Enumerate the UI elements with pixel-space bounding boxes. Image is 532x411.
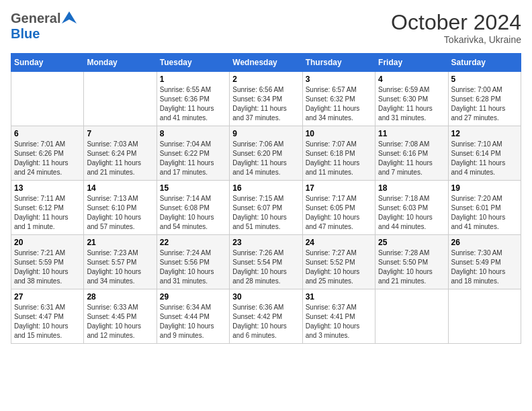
day-number: 11 bbox=[378, 129, 445, 138]
day-info: Sunrise: 7:15 AM Sunset: 6:07 PM Dayligh… bbox=[232, 194, 299, 232]
calendar-day-cell: 6Sunrise: 7:01 AM Sunset: 6:26 PM Daylig… bbox=[11, 126, 84, 181]
calendar-day-cell: 30Sunrise: 6:36 AM Sunset: 4:42 PM Dayli… bbox=[230, 289, 302, 344]
calendar-day-cell: 27Sunrise: 6:31 AM Sunset: 4:47 PM Dayli… bbox=[11, 289, 84, 344]
calendar-day-cell: 28Sunrise: 6:33 AM Sunset: 4:45 PM Dayli… bbox=[84, 289, 157, 344]
day-number: 25 bbox=[378, 238, 445, 247]
day-number: 31 bbox=[306, 292, 372, 302]
day-info: Sunrise: 7:30 AM Sunset: 5:49 PM Dayligh… bbox=[451, 248, 518, 286]
calendar-day-cell: 10Sunrise: 7:07 AM Sunset: 6:18 PM Dayli… bbox=[302, 126, 375, 181]
calendar-day-cell: 21Sunrise: 7:23 AM Sunset: 5:57 PM Dayli… bbox=[84, 235, 157, 289]
calendar-day-cell: 15Sunrise: 7:14 AM Sunset: 6:08 PM Dayli… bbox=[157, 181, 229, 235]
day-info: Sunrise: 7:03 AM Sunset: 6:24 PM Dayligh… bbox=[87, 140, 153, 177]
day-number: 4 bbox=[378, 75, 445, 84]
calendar-table: SundayMondayTuesdayWednesdayThursdayFrid… bbox=[11, 53, 521, 344]
calendar-day-cell: 4Sunrise: 6:59 AM Sunset: 6:30 PM Daylig… bbox=[375, 72, 448, 126]
logo-blue: Blue bbox=[11, 26, 40, 42]
day-info: Sunrise: 6:34 AM Sunset: 4:44 PM Dayligh… bbox=[160, 303, 226, 340]
day-info: Sunrise: 7:00 AM Sunset: 6:28 PM Dayligh… bbox=[451, 85, 518, 123]
calendar-week-row: 1Sunrise: 6:55 AM Sunset: 6:36 PM Daylig… bbox=[11, 72, 521, 126]
day-number: 13 bbox=[14, 183, 81, 193]
calendar-day-cell: 7Sunrise: 7:03 AM Sunset: 6:24 PM Daylig… bbox=[84, 126, 157, 181]
weekday-header: Thursday bbox=[302, 54, 375, 72]
day-number: 24 bbox=[306, 238, 372, 247]
calendar-week-row: 20Sunrise: 7:21 AM Sunset: 5:59 PM Dayli… bbox=[11, 235, 521, 289]
day-number: 23 bbox=[232, 238, 299, 247]
day-info: Sunrise: 7:04 AM Sunset: 6:22 PM Dayligh… bbox=[160, 140, 226, 177]
logo-general: General bbox=[11, 11, 60, 26]
day-info: Sunrise: 7:27 AM Sunset: 5:52 PM Dayligh… bbox=[306, 248, 372, 286]
day-info: Sunrise: 7:06 AM Sunset: 6:20 PM Dayligh… bbox=[232, 140, 299, 177]
weekday-header: Wednesday bbox=[230, 54, 302, 72]
calendar-day-cell: 18Sunrise: 7:18 AM Sunset: 6:03 PM Dayli… bbox=[375, 181, 448, 235]
day-info: Sunrise: 7:17 AM Sunset: 6:05 PM Dayligh… bbox=[306, 194, 372, 232]
calendar-week-row: 6Sunrise: 7:01 AM Sunset: 6:26 PM Daylig… bbox=[11, 126, 521, 181]
day-number: 5 bbox=[451, 75, 518, 84]
day-number: 22 bbox=[160, 238, 226, 247]
weekday-header: Monday bbox=[84, 54, 157, 72]
day-number: 27 bbox=[14, 292, 81, 302]
day-number: 14 bbox=[87, 183, 153, 193]
day-info: Sunrise: 7:28 AM Sunset: 5:50 PM Dayligh… bbox=[378, 248, 445, 286]
day-number: 3 bbox=[306, 75, 372, 84]
day-number: 19 bbox=[451, 183, 518, 193]
day-info: Sunrise: 6:55 AM Sunset: 6:36 PM Dayligh… bbox=[160, 85, 226, 123]
day-number: 21 bbox=[87, 238, 153, 247]
logo: General Blue bbox=[11, 11, 77, 42]
day-info: Sunrise: 7:01 AM Sunset: 6:26 PM Dayligh… bbox=[14, 140, 81, 177]
calendar-day-cell bbox=[448, 289, 521, 344]
calendar-day-cell: 31Sunrise: 6:37 AM Sunset: 4:41 PM Dayli… bbox=[302, 289, 375, 344]
day-info: Sunrise: 7:24 AM Sunset: 5:56 PM Dayligh… bbox=[160, 248, 226, 286]
day-info: Sunrise: 6:36 AM Sunset: 4:42 PM Dayligh… bbox=[232, 303, 299, 340]
day-number: 17 bbox=[306, 183, 372, 193]
calendar-day-cell: 20Sunrise: 7:21 AM Sunset: 5:59 PM Dayli… bbox=[11, 235, 84, 289]
calendar-day-cell: 26Sunrise: 7:30 AM Sunset: 5:49 PM Dayli… bbox=[448, 235, 521, 289]
weekday-header: Tuesday bbox=[157, 54, 229, 72]
day-info: Sunrise: 6:33 AM Sunset: 4:45 PM Dayligh… bbox=[87, 303, 153, 340]
calendar-day-cell: 23Sunrise: 7:26 AM Sunset: 5:54 PM Dayli… bbox=[230, 235, 302, 289]
day-info: Sunrise: 7:18 AM Sunset: 6:03 PM Dayligh… bbox=[378, 194, 445, 232]
calendar-day-cell bbox=[84, 72, 157, 126]
calendar-day-cell: 25Sunrise: 7:28 AM Sunset: 5:50 PM Dayli… bbox=[375, 235, 448, 289]
day-info: Sunrise: 6:57 AM Sunset: 6:32 PM Dayligh… bbox=[306, 85, 372, 123]
calendar-day-cell: 22Sunrise: 7:24 AM Sunset: 5:56 PM Dayli… bbox=[157, 235, 229, 289]
calendar-day-cell: 24Sunrise: 7:27 AM Sunset: 5:52 PM Dayli… bbox=[302, 235, 375, 289]
calendar-header-row: SundayMondayTuesdayWednesdayThursdayFrid… bbox=[11, 54, 521, 72]
day-number: 29 bbox=[160, 292, 226, 302]
day-number: 10 bbox=[306, 129, 372, 138]
calendar-day-cell: 12Sunrise: 7:10 AM Sunset: 6:14 PM Dayli… bbox=[448, 126, 521, 181]
day-number: 30 bbox=[232, 292, 299, 302]
page-header: General Blue October 2024 Tokarivka, Ukr… bbox=[11, 11, 521, 45]
day-number: 8 bbox=[160, 129, 226, 138]
month-title: October 2024 bbox=[391, 11, 521, 34]
day-info: Sunrise: 6:31 AM Sunset: 4:47 PM Dayligh… bbox=[14, 303, 81, 340]
day-info: Sunrise: 7:07 AM Sunset: 6:18 PM Dayligh… bbox=[306, 140, 372, 177]
day-number: 1 bbox=[160, 75, 226, 84]
calendar-day-cell: 5Sunrise: 7:00 AM Sunset: 6:28 PM Daylig… bbox=[448, 72, 521, 126]
calendar-day-cell: 29Sunrise: 6:34 AM Sunset: 4:44 PM Dayli… bbox=[157, 289, 229, 344]
day-number: 15 bbox=[160, 183, 226, 193]
calendar-day-cell: 17Sunrise: 7:17 AM Sunset: 6:05 PM Dayli… bbox=[302, 181, 375, 235]
calendar-day-cell: 13Sunrise: 7:11 AM Sunset: 6:12 PM Dayli… bbox=[11, 181, 84, 235]
day-number: 18 bbox=[378, 183, 445, 193]
weekday-header: Friday bbox=[375, 54, 448, 72]
calendar-day-cell: 9Sunrise: 7:06 AM Sunset: 6:20 PM Daylig… bbox=[230, 126, 302, 181]
day-info: Sunrise: 7:20 AM Sunset: 6:01 PM Dayligh… bbox=[451, 194, 518, 232]
day-number: 16 bbox=[232, 183, 299, 193]
day-info: Sunrise: 7:13 AM Sunset: 6:10 PM Dayligh… bbox=[87, 194, 153, 232]
calendar-day-cell: 19Sunrise: 7:20 AM Sunset: 6:01 PM Dayli… bbox=[448, 181, 521, 235]
calendar-day-cell: 3Sunrise: 6:57 AM Sunset: 6:32 PM Daylig… bbox=[302, 72, 375, 126]
day-number: 12 bbox=[451, 129, 518, 138]
weekday-header: Sunday bbox=[11, 54, 84, 72]
day-number: 20 bbox=[14, 238, 81, 247]
calendar-day-cell: 1Sunrise: 6:55 AM Sunset: 6:36 PM Daylig… bbox=[157, 72, 229, 126]
day-info: Sunrise: 7:08 AM Sunset: 6:16 PM Dayligh… bbox=[378, 140, 445, 177]
day-number: 7 bbox=[87, 129, 153, 138]
day-number: 9 bbox=[232, 129, 299, 138]
day-number: 28 bbox=[87, 292, 153, 302]
day-info: Sunrise: 7:11 AM Sunset: 6:12 PM Dayligh… bbox=[14, 194, 81, 232]
calendar-day-cell: 14Sunrise: 7:13 AM Sunset: 6:10 PM Dayli… bbox=[84, 181, 157, 235]
day-info: Sunrise: 6:59 AM Sunset: 6:30 PM Dayligh… bbox=[378, 85, 445, 123]
day-number: 2 bbox=[232, 75, 299, 84]
weekday-header: Saturday bbox=[448, 54, 521, 72]
day-number: 6 bbox=[14, 129, 81, 138]
